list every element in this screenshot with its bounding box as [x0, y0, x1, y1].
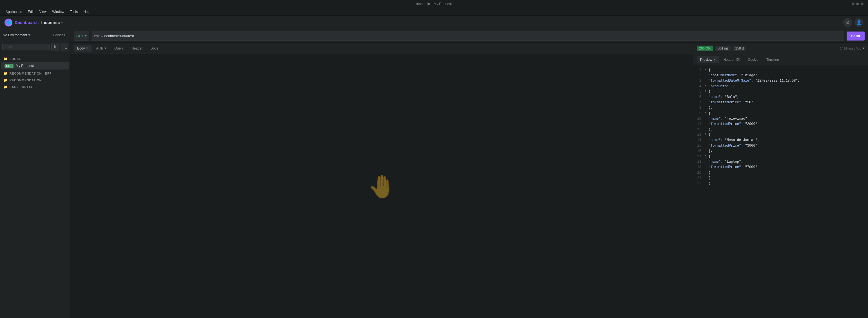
line-content: ] — [709, 176, 711, 181]
line-number: 5 — [694, 89, 705, 95]
line-content: }, — [709, 127, 713, 132]
folder-icon: 📁 — [3, 57, 8, 61]
json-line: 17 ▼ { — [693, 154, 868, 159]
sidebar-section-rec-bff[interactable]: 📁 RECOMMENDATION - BFF — [0, 70, 70, 76]
menu-application[interactable]: Application — [3, 9, 25, 14]
json-line: 16 }, — [693, 149, 868, 154]
window-controls — [852, 3, 864, 5]
line-content: "formattedDateOfSale": "12/03/2022 11:18… — [709, 78, 800, 84]
tab-docs[interactable]: Docs — [147, 45, 161, 52]
tab-cookie[interactable]: Cookie — [745, 56, 762, 63]
line-arrow — [705, 100, 709, 105]
response-time: 604 ms — [715, 45, 731, 51]
tab-query[interactable]: Query — [111, 45, 127, 52]
request-area: GET Send Body Auth — [70, 29, 868, 318]
settings-button[interactable]: ⚙ — [843, 18, 852, 27]
line-content: "name": "Bola", — [709, 95, 739, 100]
environment-selector[interactable]: No Environment — [3, 33, 49, 37]
line-content: { — [709, 67, 711, 73]
line-number: 15 — [694, 143, 705, 149]
line-arrow — [705, 181, 709, 186]
sidebar-section-sas[interactable]: 📁 SAS - Portal — [0, 83, 70, 90]
send-button[interactable]: Send — [846, 32, 865, 40]
tab-header[interactable]: Header — [128, 45, 146, 52]
line-number: 20 — [694, 170, 705, 176]
tab-body[interactable]: Body — [74, 45, 92, 52]
response-tabs: Preview Header 3 Cookie Timeline — [693, 54, 868, 65]
json-line: 4 ▼ "products": [ — [693, 84, 868, 89]
request-toolbar: GET Send — [70, 29, 868, 43]
menu-window[interactable]: Window — [50, 9, 66, 14]
line-number: 17 — [694, 154, 705, 159]
add-request-button[interactable]: + — [61, 43, 68, 51]
breadcrumb-dashboard[interactable]: Dashboard — [14, 20, 37, 25]
sidebar-content: 📁 LOCAL GET My Request 📁 RECOMMENDATION … — [0, 53, 70, 318]
line-number: 6 — [694, 95, 705, 100]
json-line: 5 ▼ { — [693, 89, 868, 95]
filter-input[interactable] — [2, 43, 50, 51]
request-tabs: Body Auth Query Header Docs — [70, 43, 693, 54]
hand-wave-icon: 🤚 — [368, 173, 396, 200]
line-content: { — [709, 132, 711, 138]
response-size: 258 B — [733, 45, 746, 51]
header-bar: 🌐 Dashboard / Insomnia ⚙ 👤 — [0, 16, 868, 29]
menu-view[interactable]: View — [37, 9, 49, 14]
env-chevron-icon — [28, 34, 30, 36]
body-chevron-icon — [86, 47, 88, 49]
sidebar-section-rec[interactable]: 📁 RECOMMENDATION — [0, 76, 70, 83]
dot-1 — [852, 3, 855, 5]
line-arrow: ▼ — [705, 132, 709, 138]
json-line: 3 "formattedDateOfSale": "12/03/2022 11:… — [693, 78, 868, 84]
json-line: 8 }, — [693, 105, 868, 110]
method-select[interactable]: GET — [74, 32, 89, 40]
method-badge-get: GET — [4, 64, 13, 68]
tab-res-header[interactable]: Header 3 — [720, 56, 744, 63]
line-arrow: ▼ — [705, 89, 709, 95]
header-count-badge: 3 — [736, 58, 740, 61]
json-line: 22 } — [693, 181, 868, 186]
sidebar-item-my-request[interactable]: GET My Request — [1, 62, 69, 69]
method-chevron-icon — [85, 35, 87, 37]
line-number: 21 — [694, 176, 705, 181]
request-panel: Body Auth Query Header Docs — [70, 43, 693, 318]
tab-timeline[interactable]: Timeline — [763, 56, 782, 63]
app-logo: 🌐 — [4, 19, 12, 27]
json-line: 19 "formattedPrice": "7000" — [693, 165, 868, 170]
sidebar-toolbar: No Environment Cookies — [0, 29, 70, 41]
menu-help[interactable]: Help — [81, 9, 93, 14]
json-line: 10 "name": "Televisão", — [693, 116, 868, 122]
line-content: "formattedPrice": "50" — [709, 100, 753, 105]
req-res-split: Body Auth Query Header Docs — [70, 43, 868, 318]
sort-button[interactable]: ⇅ — [51, 43, 59, 51]
menu-tools[interactable]: Tools — [68, 9, 80, 14]
line-arrow — [705, 159, 709, 165]
response-panel: 200 OK 604 ms 258 B 14 Minutes Ago Previ… — [693, 43, 868, 318]
url-input[interactable] — [92, 32, 845, 40]
breadcrumb: Dashboard / Insomnia — [14, 20, 63, 25]
line-content: "name": "Laptop", — [709, 159, 743, 165]
titlebar: Insomnia – My Request — [0, 0, 868, 8]
line-content: } — [709, 181, 711, 186]
line-content: "costumerName": "Thiago", — [709, 73, 759, 78]
json-line: 9 ▼ { — [693, 111, 868, 116]
line-number: 1 — [694, 67, 705, 73]
json-line: 7 "formattedPrice": "50" — [693, 100, 868, 105]
json-line: 1 ▼ { — [693, 67, 868, 73]
tab-preview[interactable]: Preview — [697, 56, 719, 63]
cookies-button[interactable]: Cookies — [51, 32, 67, 38]
titlebar-title: Insomnia – My Request — [416, 2, 452, 6]
tab-auth[interactable]: Auth — [93, 45, 110, 52]
json-line: 21 ] — [693, 176, 868, 181]
time-ago: 14 Minutes Ago — [840, 47, 865, 50]
line-content: { — [709, 111, 711, 116]
request-body-area: 🤚 — [70, 54, 693, 318]
menu-edit[interactable]: Edit — [26, 9, 36, 14]
breadcrumb-workspace[interactable]: Insomnia — [41, 20, 63, 25]
auth-chevron-icon — [104, 47, 106, 49]
json-line: 6 "name": "Bola", — [693, 95, 868, 100]
line-arrow — [705, 116, 709, 122]
user-button[interactable]: 👤 — [855, 18, 864, 27]
line-number: 19 — [694, 165, 705, 170]
line-arrow — [705, 127, 709, 132]
line-number: 14 — [694, 138, 705, 143]
